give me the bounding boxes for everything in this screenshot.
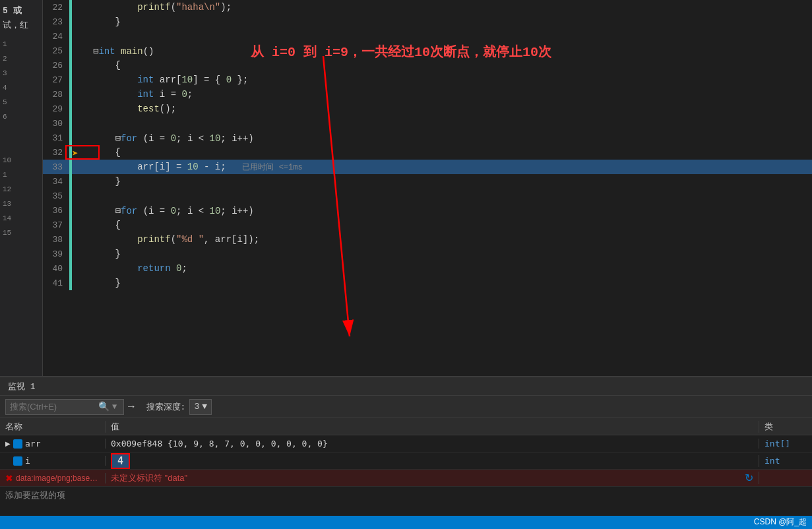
search-depth-label: 搜索深度: bbox=[146, 401, 186, 413]
watch-row-arr[interactable]: ▶ arr 0x009ef848 {10, 9, 8, 7, 0, 0, 0, … bbox=[0, 435, 812, 452]
status-text: CSDN @阿_超 bbox=[754, 516, 807, 528]
search-input[interactable] bbox=[10, 402, 96, 412]
green-bar bbox=[69, 189, 72, 203]
refresh-icon[interactable]: ↻ bbox=[745, 472, 753, 484]
expand-icon-arr[interactable]: ▶ bbox=[5, 440, 11, 447]
code-line-35: 35 bbox=[43, 189, 812, 203]
green-bar bbox=[69, 29, 72, 44]
green-bar bbox=[69, 15, 72, 29]
panel-tab[interactable]: 监视 1 bbox=[0, 377, 812, 396]
watch-table: ▶ arr 0x009ef848 {10, 9, 8, 7, 0, 0, 0, … bbox=[0, 435, 812, 516]
green-bar bbox=[69, 102, 72, 116]
col-header-value: 值 bbox=[106, 421, 759, 433]
code-line-31: 31 ⊟for (i = 0; i < 10; i++) bbox=[43, 131, 812, 145]
code-line-27: 27 int arr[10] = { 0 }; bbox=[43, 73, 812, 87]
code-line-34: 34 } bbox=[43, 174, 812, 189]
code-line-37: 37 { bbox=[43, 218, 812, 232]
code-line-24: 24 bbox=[43, 29, 812, 44]
error-icon: ✖ bbox=[5, 473, 13, 483]
search-box[interactable]: 🔍 ▼ bbox=[5, 399, 124, 415]
var-value-error: 未定义标识符 "data" bbox=[111, 472, 187, 484]
green-bar bbox=[69, 247, 72, 261]
left-sidebar: 5 或 试，红 1 2 3 4 5 6 10 1 12 13 14 15 bbox=[0, 0, 43, 376]
var-type-i: int bbox=[765, 456, 780, 466]
var-icon-i bbox=[13, 456, 22, 466]
var-type-arr: int[] bbox=[765, 439, 790, 449]
watch-row-error[interactable]: ✖ data:image/png;base64,iVBORw0KGgoAAAAN… bbox=[0, 470, 812, 487]
code-line-41: 41 } bbox=[43, 276, 812, 290]
green-bar bbox=[69, 203, 72, 218]
search-depth-value: 3 bbox=[194, 402, 199, 412]
code-line-32: 32 { ➤ bbox=[43, 145, 812, 160]
green-bar bbox=[69, 131, 72, 145]
var-name-arr: arr bbox=[25, 439, 40, 449]
var-value-i: 4 bbox=[111, 453, 130, 469]
panel-tab-label: 监视 1 bbox=[8, 381, 36, 392]
code-line-26: 26 { bbox=[43, 58, 812, 73]
code-line-30: 30 bbox=[43, 116, 812, 131]
add-watch-row[interactable]: 添加要监视的项 bbox=[0, 487, 812, 504]
watch-panel: 监视 1 🔍 ▼ → 搜索深度: 3 ▼ 名称 值 类 bbox=[0, 376, 812, 516]
status-bar: CSDN @阿_超 bbox=[0, 516, 812, 529]
code-line-23: 23 } bbox=[43, 15, 812, 29]
sidebar-text1: 5 或 bbox=[3, 5, 40, 17]
navigate-arrow-button[interactable]: → bbox=[128, 401, 135, 413]
green-bar bbox=[69, 232, 72, 247]
green-bar bbox=[69, 58, 72, 73]
code-panel: 22 printf("haha\n"); 23 } 24 bbox=[43, 0, 812, 376]
code-line-25: 25 ⊟int main() bbox=[43, 44, 812, 58]
code-line-36: 36 ⊟for (i = 0; i < 10; i++) bbox=[43, 203, 812, 218]
time-hint: 已用时间 <=1ms bbox=[242, 163, 302, 172]
var-name-i: i bbox=[25, 456, 30, 466]
green-bar bbox=[69, 218, 72, 232]
green-bar bbox=[69, 261, 72, 276]
green-bar bbox=[69, 44, 72, 58]
editor-area: 5 或 试，红 1 2 3 4 5 6 10 1 12 13 14 15 bbox=[0, 0, 812, 376]
code-line-29: 29 test(); bbox=[43, 102, 812, 116]
green-bar bbox=[69, 116, 72, 131]
search-dropdown-arrow[interactable]: ▼ bbox=[112, 402, 117, 412]
var-icon-arr bbox=[13, 439, 22, 449]
code-line-39: 39 } bbox=[43, 247, 812, 261]
col-header-type: 类 bbox=[759, 421, 812, 433]
code-line-33: 33 arr[i] = 10 - i; 已用时间 <=1ms bbox=[43, 160, 812, 174]
code-line-28: 28 int i = 0; bbox=[43, 87, 812, 102]
var-name-error: data:image/png;base64,iVBORw0KGgoAAAAN..… bbox=[16, 474, 100, 483]
var-value-arr: 0x009ef848 {10, 9, 8, 7, 0, 0, 0, 0, 0, … bbox=[111, 439, 328, 449]
green-bar bbox=[69, 174, 72, 189]
add-watch-label: 添加要监视的项 bbox=[5, 489, 65, 501]
search-depth-dropdown[interactable]: 3 ▼ bbox=[189, 399, 212, 415]
watch-row-i[interactable]: i 4 int bbox=[0, 452, 812, 470]
current-line-arrow: ➤ bbox=[72, 147, 78, 160]
green-bar bbox=[69, 145, 72, 160]
code-line-40: 40 return 0; bbox=[43, 261, 812, 276]
sidebar-text2: 试，红 bbox=[3, 20, 40, 32]
green-bar bbox=[69, 87, 72, 102]
green-bar bbox=[69, 160, 72, 174]
search-depth-dropdown-arrow: ▼ bbox=[202, 402, 207, 412]
code-line-22: 22 printf("haha\n"); bbox=[43, 0, 812, 15]
code-lines: 22 printf("haha\n"); 23 } 24 bbox=[43, 0, 812, 376]
watch-table-header: 名称 值 类 bbox=[0, 418, 812, 435]
code-line-38: 38 printf("%d ", arr[i]); bbox=[43, 232, 812, 247]
green-bar bbox=[69, 73, 72, 87]
panel-toolbar: 🔍 ▼ → 搜索深度: 3 ▼ bbox=[0, 396, 812, 418]
green-bar bbox=[69, 276, 72, 290]
search-icon[interactable]: 🔍 bbox=[98, 401, 109, 412]
green-bar bbox=[69, 0, 72, 15]
col-header-name: 名称 bbox=[0, 421, 106, 433]
